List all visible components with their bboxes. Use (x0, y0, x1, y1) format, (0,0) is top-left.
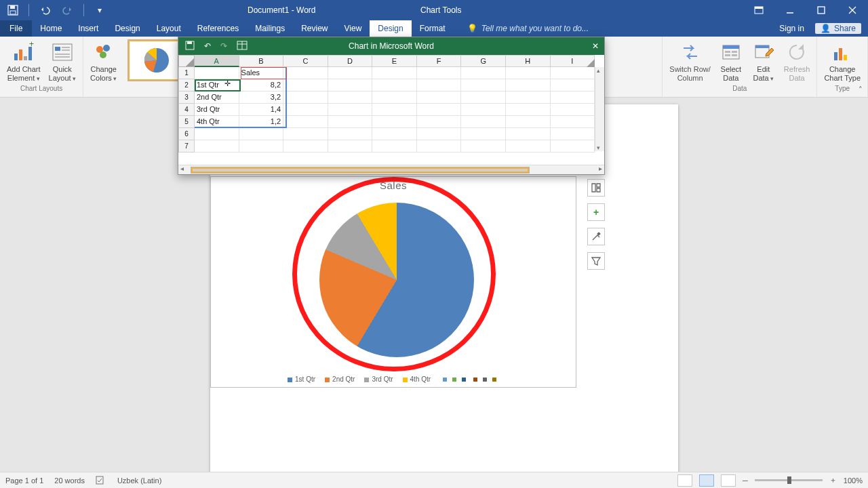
chart-tools-label: Chart Tools (420, 5, 461, 15)
refresh-data-button: Refresh Data (781, 39, 813, 83)
quick-layout-button[interactable]: Quick Layout (46, 39, 79, 83)
svg-point-22 (100, 52, 106, 58)
svg-rect-14 (53, 44, 72, 60)
svg-rect-6 (818, 7, 825, 14)
zoom-value[interactable]: 100% (844, 476, 863, 485)
svg-rect-32 (834, 52, 837, 60)
svg-rect-18 (55, 54, 70, 55)
lightbulb-icon: 💡 (467, 24, 477, 33)
collapse-ribbon-icon[interactable]: ˄ (859, 85, 863, 94)
select-all-corner[interactable] (178, 55, 195, 67)
zoom-in-icon[interactable]: ＋ (829, 475, 837, 485)
word-title-bar: ▾ Document1 - Word Chart Tools (0, 0, 868, 20)
close-icon[interactable] (837, 0, 868, 20)
signin-link[interactable]: Sign in (779, 24, 804, 33)
view-read-icon[interactable] (677, 474, 692, 487)
excel-close-icon[interactable]: ✕ (592, 41, 599, 51)
status-language[interactable]: Uzbek (Latin) (117, 476, 161, 485)
svg-rect-19 (55, 56, 70, 58)
group-chart-layouts: + Add Chart Element Quick Layout Chart L… (0, 37, 83, 97)
group-data: Switch Row/ Column Select Data Edit Data… (663, 37, 817, 97)
share-button[interactable]: 👤 Share (815, 23, 861, 34)
tab-file[interactable]: File (0, 20, 32, 37)
legend-item-4: 4th Qtr (403, 375, 431, 383)
tab-chart-format[interactable]: Format (412, 20, 454, 37)
layout-options-icon[interactable] (587, 179, 605, 197)
svg-rect-2 (10, 11, 16, 14)
tab-chart-design[interactable]: Design (370, 20, 411, 37)
xl-save-icon[interactable] (185, 41, 195, 52)
xl-table-icon[interactable] (237, 41, 248, 52)
change-chart-type-button[interactable]: Change Chart Type (821, 39, 863, 83)
column-headers[interactable]: ABCDEFGHI (195, 55, 595, 67)
select-data-button[interactable]: Select Data (716, 39, 746, 83)
legend-item-2: 2nd Qtr (325, 375, 355, 383)
svg-rect-27 (732, 51, 737, 53)
svg-rect-26 (725, 51, 730, 53)
svg-rect-17 (62, 49, 70, 51)
row-headers[interactable]: 1234567 (178, 67, 195, 152)
ribbon-tabs: File Home Insert Design Layout Reference… (0, 20, 868, 37)
change-colors-button[interactable]: Change Colors (87, 39, 119, 83)
svg-rect-4 (755, 7, 763, 9)
save-icon[interactable] (5, 3, 20, 18)
undo-icon[interactable] (37, 3, 52, 18)
document-title: Document1 - Word (248, 5, 315, 15)
svg-rect-15 (55, 47, 60, 51)
share-icon: 👤 (821, 24, 831, 33)
add-chart-element-button[interactable]: + Add Chart Element (4, 39, 43, 83)
window-controls (743, 0, 868, 20)
fill-handle-icon[interactable]: ✛ (224, 79, 231, 88)
qat-customize-icon[interactable]: ▾ (92, 3, 107, 18)
chart-styles-icon[interactable] (587, 228, 605, 245)
zoom-slider[interactable] (755, 479, 823, 481)
excel-title-bar: ↶ ↷ Chart in Microsoft Word ✕ (178, 37, 604, 55)
select-data-label: Select Data (721, 65, 742, 82)
minimize-icon[interactable] (774, 0, 806, 20)
tell-me-placeholder: Tell me what you want to do... (481, 24, 589, 33)
chart-elements-icon[interactable]: + (587, 203, 605, 221)
group-change-colors: Change Colors (83, 37, 123, 97)
xl-redo-icon: ↷ (220, 41, 227, 51)
xl-vertical-scrollbar[interactable] (595, 67, 604, 151)
excel-grid[interactable]: ABCDEFGHI 1234567 Sales1st Qtr8,22nd Qtr… (178, 55, 604, 163)
svg-rect-41 (96, 476, 103, 484)
tab-review[interactable]: Review (293, 20, 336, 37)
view-print-icon[interactable] (699, 474, 714, 487)
pie-chart[interactable] (319, 203, 474, 357)
change-colors-label: Change Colors (90, 65, 117, 82)
group-label-type: Type (821, 85, 863, 96)
edit-data-button[interactable]: Edit Data (749, 39, 778, 83)
svg-rect-25 (723, 45, 739, 49)
zoom-out-icon[interactable]: ─ (743, 476, 748, 485)
spellcheck-icon[interactable] (96, 475, 106, 486)
group-label-layouts: Chart Layouts (4, 85, 79, 96)
cells[interactable]: Sales1st Qtr8,22nd Qtr3,23rd Qtr1,44th Q… (195, 67, 595, 163)
change-chart-type-label: Change Chart Type (824, 65, 861, 82)
tab-insert[interactable]: Insert (70, 20, 106, 37)
xl-horizontal-scrollbar[interactable] (178, 165, 604, 174)
tab-design-doc[interactable]: Design (106, 20, 148, 37)
svg-rect-12 (28, 47, 32, 60)
tab-references[interactable]: References (189, 20, 247, 37)
switch-label: Switch Row/ Column (669, 65, 711, 82)
chart-object[interactable]: Sales 1st Qtr 2nd Qtr 3rd Qtr 4th Qtr (210, 176, 576, 388)
svg-rect-10 (19, 49, 22, 60)
tab-layout[interactable]: Layout (149, 20, 189, 37)
status-page[interactable]: Page 1 of 1 (5, 476, 43, 485)
view-web-icon[interactable] (721, 474, 736, 487)
tab-mailings[interactable]: Mailings (247, 20, 293, 37)
status-words[interactable]: 20 words (54, 476, 85, 485)
edit-data-label: Edit Data (753, 65, 774, 82)
xl-undo-icon[interactable]: ↶ (204, 41, 211, 51)
excel-datasheet-window[interactable]: ↶ ↷ Chart in Microsoft Word ✕ ABCDEFGHI … (178, 37, 605, 175)
chart-filters-icon[interactable] (587, 252, 605, 270)
ribbon-display-icon[interactable] (743, 0, 774, 20)
tab-view[interactable]: View (336, 20, 370, 37)
tab-home[interactable]: Home (32, 20, 70, 37)
switch-row-col-button[interactable]: Switch Row/ Column (667, 39, 713, 83)
add-chart-element-label: Add Chart Element (7, 65, 41, 82)
svg-rect-9 (14, 54, 18, 60)
tell-me[interactable]: 💡 Tell me what you want to do... (467, 20, 589, 37)
maximize-icon[interactable] (806, 0, 837, 20)
